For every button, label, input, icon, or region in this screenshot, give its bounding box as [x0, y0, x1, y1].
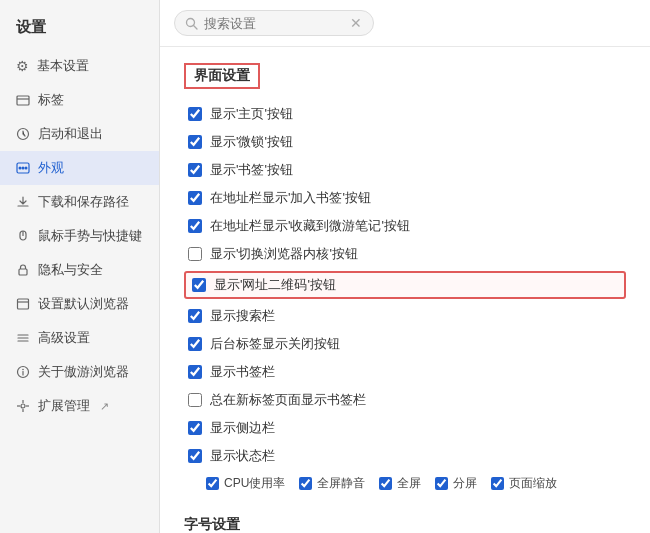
sidebar-item-privacy[interactable]: 隐私与安全 [0, 253, 159, 287]
checkbox-show-qrcode-label[interactable]: 显示'网址二维码'按钮 [214, 276, 336, 294]
checkbox-show-home-input[interactable] [188, 107, 202, 121]
svg-line-23 [194, 25, 197, 28]
external-link-icon: ↗ [100, 400, 109, 413]
default-browser-icon [16, 297, 30, 311]
checkbox-show-search-label[interactable]: 显示搜索栏 [210, 307, 275, 325]
checkbox-show-tabs-label[interactable]: 显示'书签'按钮 [210, 161, 293, 179]
interface-section: 界面设置 显示'主页'按钮 显示'微锁'按钮 显示'书签'按钮 在地址栏显示'加… [184, 63, 626, 496]
sidebar-item-startup[interactable]: 启动和退出 [0, 117, 159, 151]
status-bar-sub-items: CPU使用率 全屏静音 全屏 分屏 [184, 475, 626, 492]
font-section-title: 字号设置 [184, 516, 626, 533]
checkbox-show-tabs-input[interactable] [188, 163, 202, 177]
settings-content: 界面设置 显示'主页'按钮 显示'微锁'按钮 显示'书签'按钮 在地址栏显示'加… [160, 47, 650, 533]
sub-checkbox-mute-label[interactable]: 全屏静音 [317, 475, 365, 492]
mouse-icon [16, 229, 30, 243]
checkbox-show-bookmarks-bar: 显示书签栏 [184, 361, 626, 383]
sub-checkbox-split-label[interactable]: 分屏 [453, 475, 477, 492]
sidebar-item-download[interactable]: 下载和保存路径 [0, 185, 159, 219]
startup-icon [16, 127, 30, 141]
checkbox-show-add-bookmark-label[interactable]: 在地址栏显示'加入书签'按钮 [210, 189, 371, 207]
sub-checkbox-cpu: CPU使用率 [206, 475, 285, 492]
appearance-icon [16, 161, 30, 175]
search-input-wrap: ✕ [174, 10, 374, 36]
sidebar: 设置 ⚙ 基本设置 标签 启动和退出 外观 下载和保存路径 鼠标手势与快捷键 [0, 0, 160, 533]
svg-rect-8 [19, 269, 27, 275]
checkbox-show-qrcode: 显示'网址二维码'按钮 [184, 271, 626, 299]
checkbox-show-switch-browser: 显示'切换浏览器内核'按钮 [184, 243, 626, 265]
sidebar-item-basic[interactable]: ⚙ 基本设置 [0, 49, 159, 83]
extensions-icon [16, 399, 30, 413]
checkbox-show-bookmarks-bar-label[interactable]: 显示书签栏 [210, 363, 275, 381]
download-icon [16, 195, 30, 209]
checkbox-show-close-tabs-label[interactable]: 后台标签显示关闭按钮 [210, 335, 340, 353]
search-clear-button[interactable]: ✕ [350, 15, 362, 31]
settings-icon: ⚙ [16, 58, 29, 74]
sub-checkbox-mute: 全屏静音 [299, 475, 365, 492]
interface-section-title: 界面设置 [184, 63, 260, 89]
search-icon [185, 17, 198, 30]
checkbox-show-bookmarks-bar-input[interactable] [188, 365, 202, 379]
checkbox-show-search: 显示搜索栏 [184, 305, 626, 327]
checkbox-show-save-note-label[interactable]: 在地址栏显示'收藏到微游笔记'按钮 [210, 217, 410, 235]
checkbox-show-sidebar-input[interactable] [188, 421, 202, 435]
checkbox-show-statusbar-label[interactable]: 显示状态栏 [210, 447, 275, 465]
checkbox-show-collect: 显示'微锁'按钮 [184, 131, 626, 153]
checkbox-show-collect-input[interactable] [188, 135, 202, 149]
advanced-icon [16, 331, 30, 345]
sidebar-item-advanced[interactable]: 高级设置 [0, 321, 159, 355]
sub-checkbox-fullscreen-label[interactable]: 全屏 [397, 475, 421, 492]
svg-point-4 [22, 167, 25, 170]
checkbox-show-sidebar-label[interactable]: 显示侧边栏 [210, 419, 275, 437]
sub-checkbox-split: 分屏 [435, 475, 477, 492]
sidebar-item-tabs[interactable]: 标签 [0, 83, 159, 117]
checkbox-show-tabs: 显示'书签'按钮 [184, 159, 626, 181]
sidebar-title: 设置 [0, 8, 159, 49]
sidebar-item-default[interactable]: 设置默认浏览器 [0, 287, 159, 321]
sub-checkbox-fullscreen-input[interactable] [379, 477, 392, 490]
sidebar-item-about[interactable]: 关于傲游浏览器 [0, 355, 159, 389]
interface-checkbox-list: 显示'主页'按钮 显示'微锁'按钮 显示'书签'按钮 在地址栏显示'加入书签'按… [184, 103, 626, 496]
sub-checkbox-cpu-label[interactable]: CPU使用率 [224, 475, 285, 492]
checkbox-show-add-bookmark: 在地址栏显示'加入书签'按钮 [184, 187, 626, 209]
svg-rect-9 [18, 299, 29, 309]
search-input[interactable] [204, 16, 344, 31]
checkbox-show-statusbar-input[interactable] [188, 449, 202, 463]
sub-checkbox-cpu-input[interactable] [206, 477, 219, 490]
checkbox-show-close-tabs-input[interactable] [188, 337, 202, 351]
checkbox-show-statusbar: 显示状态栏 [184, 445, 626, 467]
sub-checkbox-zoom-input[interactable] [491, 477, 504, 490]
svg-point-15 [22, 369, 24, 371]
svg-point-17 [21, 404, 25, 408]
checkbox-show-add-bookmark-input[interactable] [188, 191, 202, 205]
lock-icon [16, 263, 30, 277]
checkbox-show-switch-browser-input[interactable] [188, 247, 202, 261]
checkbox-show-sidebar: 显示侧边栏 [184, 417, 626, 439]
search-bar: ✕ [160, 0, 650, 47]
svg-point-3 [19, 167, 22, 170]
checkbox-show-save-note-input[interactable] [188, 219, 202, 233]
sub-checkbox-zoom-label[interactable]: 页面缩放 [509, 475, 557, 492]
checkbox-show-bookmarks-newtab-label[interactable]: 总在新标签页面显示书签栏 [210, 391, 366, 409]
checkbox-show-switch-browser-label[interactable]: 显示'切换浏览器内核'按钮 [210, 245, 358, 263]
checkbox-show-home: 显示'主页'按钮 [184, 103, 626, 125]
sidebar-item-extensions[interactable]: 扩展管理 ↗ [0, 389, 159, 423]
checkbox-show-bookmarks-newtab: 总在新标签页面显示书签栏 [184, 389, 626, 411]
svg-rect-0 [17, 96, 29, 105]
sub-checkbox-zoom: 页面缩放 [491, 475, 557, 492]
sub-checkbox-mute-input[interactable] [299, 477, 312, 490]
tabs-icon [16, 93, 30, 107]
checkbox-show-qrcode-input[interactable] [192, 278, 206, 292]
font-section: 字号设置 小 中 大 最大 [184, 516, 626, 533]
svg-point-5 [25, 167, 28, 170]
checkbox-show-save-note: 在地址栏显示'收藏到微游笔记'按钮 [184, 215, 626, 237]
sidebar-item-appearance[interactable]: 外观 [0, 151, 159, 185]
checkbox-show-close-tabs: 后台标签显示关闭按钮 [184, 333, 626, 355]
main-content: ✕ 界面设置 显示'主页'按钮 显示'微锁'按钮 显示'书签'按钮 [160, 0, 650, 533]
checkbox-show-bookmarks-newtab-input[interactable] [188, 393, 202, 407]
checkbox-show-collect-label[interactable]: 显示'微锁'按钮 [210, 133, 293, 151]
svg-point-22 [187, 18, 195, 26]
checkbox-show-home-label[interactable]: 显示'主页'按钮 [210, 105, 293, 123]
sidebar-item-mouse[interactable]: 鼠标手势与快捷键 [0, 219, 159, 253]
sub-checkbox-split-input[interactable] [435, 477, 448, 490]
checkbox-show-search-input[interactable] [188, 309, 202, 323]
